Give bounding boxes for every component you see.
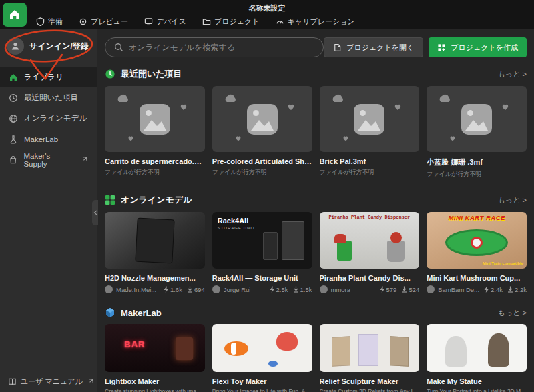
image-placeholder-icon <box>247 104 278 135</box>
recent-more-link[interactable]: もっと > <box>498 69 527 79</box>
boost-icon <box>484 286 489 293</box>
makerlab-cards-row: BAR Lightbox Maker Create stunning Light… <box>105 324 527 392</box>
open-project-button[interactable]: プロジェクトを開く <box>324 37 423 57</box>
recent-card[interactable]: Brick Pal.3mf ファイルが行方不明 <box>320 86 420 179</box>
model-meta: BamBam De... 2.4k 2.2k <box>427 285 527 293</box>
makerlab-card[interactable]: Flexi Toy Maker Bring Your Images to Lif… <box>212 324 312 392</box>
bag-icon <box>9 155 17 165</box>
create-project-label: プロジェクトを作成 <box>451 43 518 53</box>
boost-icon <box>270 286 275 293</box>
missing-file-thumbnail <box>105 86 205 152</box>
recent-card[interactable]: Carrito de supermercado.3mf ファイルが行方不明 <box>105 86 205 179</box>
recent-section-header: 最近開いた項目 もっと > <box>105 68 527 80</box>
signin-button[interactable]: サインイン/登録 <box>7 37 90 55</box>
download-icon <box>187 286 193 293</box>
heart-icon <box>235 135 242 141</box>
add-grid-icon <box>437 43 446 52</box>
makerlab-card[interactable]: Relief Sculpture Maker Create Custom 3D … <box>320 324 420 392</box>
online-more-link[interactable]: もっと > <box>498 195 527 205</box>
tab-device[interactable]: デバイス <box>144 17 186 27</box>
sidebar-item-label: Maker's Supply <box>23 152 73 168</box>
missing-file-thumbnail <box>212 86 312 152</box>
model-meta: Made.In.Mei... 1.6k 694 <box>105 285 205 293</box>
sidebar-item-makers-supply[interactable]: Maker's Supply <box>0 149 97 170</box>
prepare-icon <box>36 17 45 26</box>
thumbnail-text: BAR <box>124 339 145 349</box>
preview-icon <box>79 17 87 26</box>
octopus-shape <box>276 332 298 351</box>
makerlab-card[interactable]: BAR Lightbox Maker Create stunning Light… <box>105 324 205 392</box>
recent-cards-row: Carrito de supermercado.3mf ファイルが行方不明 Pr… <box>105 86 527 179</box>
boost-count: 579 <box>386 286 397 293</box>
nozzle-panel-shape <box>135 217 174 263</box>
user-manual-label: ユーザ マニュアル <box>21 377 83 387</box>
open-file-icon <box>333 43 342 52</box>
shelf-shape <box>282 221 304 260</box>
boost-icon <box>380 286 385 293</box>
recent-card[interactable]: Pre-colored Articulated Shark ... ファイルが行… <box>212 86 312 179</box>
tab-preview[interactable]: プレビュー <box>79 17 128 27</box>
model-thumbnail: Rack4All STORAGE UNIT <box>212 212 312 269</box>
home-button[interactable] <box>3 3 27 27</box>
clock-icon <box>9 93 18 103</box>
sidebar-item-makerlab[interactable]: MakerLab <box>0 129 97 149</box>
image-placeholder-icon <box>354 104 384 135</box>
search-bar[interactable] <box>105 37 324 57</box>
tab-calibration[interactable]: キャリブレーション <box>276 17 355 27</box>
sidebar-item-online-models[interactable]: オンラインモデル <box>0 108 97 129</box>
online-model-card[interactable]: Rack4All STORAGE UNIT Rack4All — Storage… <box>212 212 312 293</box>
heart-icon <box>342 135 349 141</box>
main-content: プロジェクトを開く プロジェクトを作成 最近開いた項目 もっと > Carrit… <box>98 29 534 392</box>
tab-prepare[interactable]: 準備 <box>36 17 63 27</box>
chevron-left-icon <box>93 210 97 215</box>
heart-icon <box>449 135 456 141</box>
model-thumbnail: MINI KART RACE Mini Train compatible <box>427 212 527 269</box>
recent-card-title: Carrito de supermercado.3mf <box>105 157 205 165</box>
create-project-button[interactable]: プロジェクトを作成 <box>429 37 527 57</box>
sidebar-item-label: 最近開いた項目 <box>24 93 78 103</box>
author-avatar <box>427 285 435 293</box>
thumbnail-text: Rack4All <box>218 217 248 225</box>
sidebar-item-label: オンラインモデル <box>24 113 87 123</box>
tool-thumbnail <box>212 324 312 372</box>
tab-label: プロジェクト <box>214 17 260 27</box>
tool-description: Turn Your Portrait into a Lifelike 3D Ma… <box>427 388 527 392</box>
makerlab-section-icon <box>105 307 115 318</box>
makerlab-card[interactable]: Make My Statue Turn Your Portrait into a… <box>427 324 527 392</box>
sidebar-collapse-handle[interactable] <box>92 200 98 225</box>
library-icon <box>9 73 18 82</box>
crab-shape <box>268 361 278 367</box>
tool-title: Relief Sculpture Maker <box>320 377 420 385</box>
heart-icon <box>287 103 295 111</box>
thumbnail-text: Piranha Plant Candy Dispenser <box>320 215 420 221</box>
recent-card[interactable]: 小蓝脸 娜珊 .3mf ファイルが行方不明 <box>427 86 527 179</box>
tab-label: 準備 <box>48 17 63 27</box>
tab-project[interactable]: プロジェクト <box>202 17 260 27</box>
recent-section-title: 最近開いた項目 <box>121 68 182 80</box>
boost-count: 1.6k <box>170 286 182 293</box>
model-title: H2D Nozzle Managemen... <box>105 274 205 282</box>
makerlab-section-header: MakerLab もっと > <box>105 307 527 318</box>
shelf-shape <box>263 232 278 260</box>
missing-file-thumbnail <box>427 86 527 152</box>
view-tabs: 準備 プレビュー デバイス プロジェクト キャリブレーション <box>36 15 355 28</box>
piranha-plant-shape <box>337 241 352 261</box>
makerlab-more-link[interactable]: もっと > <box>498 308 527 318</box>
search-input[interactable] <box>129 43 314 52</box>
relief-panel-shape <box>332 336 350 366</box>
user-manual-link[interactable]: ユーザ マニュアル <box>8 377 94 387</box>
sidebar-item-library[interactable]: ライブラリ <box>0 67 97 87</box>
download-count: 2.2k <box>515 286 527 293</box>
sidebar-item-label: ライブラリ <box>24 72 63 82</box>
statue-bust-shape <box>445 336 467 367</box>
recent-card-status: ファイルが行方不明 <box>212 168 312 177</box>
book-icon <box>8 377 17 386</box>
relief-panel-shape <box>390 336 409 366</box>
download-icon <box>293 286 299 293</box>
online-model-card[interactable]: Piranha Plant Candy Dispenser Piranha Pl… <box>320 212 420 293</box>
window-title: 名称未設定 <box>0 3 534 13</box>
sidebar-item-recent[interactable]: 最近開いた項目 <box>0 87 97 108</box>
online-model-card[interactable]: MINI KART RACE Mini Train compatible Min… <box>427 212 527 293</box>
relief-panel-shape <box>358 334 378 366</box>
online-model-card[interactable]: H2D Nozzle Managemen... Made.In.Mei... 1… <box>105 212 205 293</box>
